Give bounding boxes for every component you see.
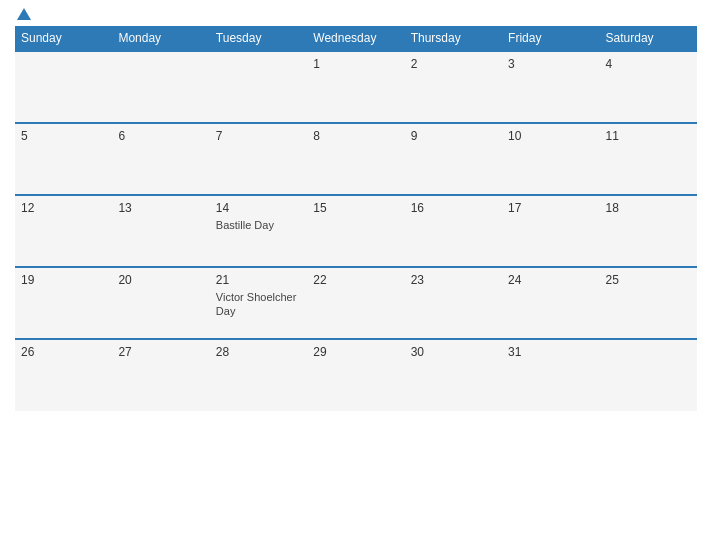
- calendar-cell: 14Bastille Day: [210, 195, 307, 267]
- calendar-cell: 22: [307, 267, 404, 339]
- day-number: 14: [216, 201, 301, 215]
- weekday-header: Saturday: [600, 26, 697, 51]
- calendar-cell: 29: [307, 339, 404, 411]
- calendar-cell: 19: [15, 267, 112, 339]
- week-row: 262728293031: [15, 339, 697, 411]
- day-number: 4: [606, 57, 691, 71]
- calendar-cell: [112, 51, 209, 123]
- day-number: 17: [508, 201, 593, 215]
- day-number: 23: [411, 273, 496, 287]
- calendar-cell: 20: [112, 267, 209, 339]
- weekday-header: Wednesday: [307, 26, 404, 51]
- calendar-header: [15, 10, 697, 18]
- day-number: 10: [508, 129, 593, 143]
- day-number: 19: [21, 273, 106, 287]
- calendar-cell: 26: [15, 339, 112, 411]
- calendar-cell: 25: [600, 267, 697, 339]
- day-number: 29: [313, 345, 398, 359]
- event-label: Victor Shoelcher Day: [216, 290, 301, 319]
- calendar-cell: 27: [112, 339, 209, 411]
- weekday-header-row: SundayMondayTuesdayWednesdayThursdayFrid…: [15, 26, 697, 51]
- calendar-cell: 3: [502, 51, 599, 123]
- calendar-cell: 1: [307, 51, 404, 123]
- day-number: 30: [411, 345, 496, 359]
- day-number: 7: [216, 129, 301, 143]
- calendar-cell: 17: [502, 195, 599, 267]
- calendar-cell: 5: [15, 123, 112, 195]
- calendar-cell: 13: [112, 195, 209, 267]
- calendar-cell: 6: [112, 123, 209, 195]
- day-number: 20: [118, 273, 203, 287]
- calendar-cell: 28: [210, 339, 307, 411]
- weekday-header: Tuesday: [210, 26, 307, 51]
- week-row: 121314Bastille Day15161718: [15, 195, 697, 267]
- calendar-cell: 10: [502, 123, 599, 195]
- calendar-cell: 11: [600, 123, 697, 195]
- day-number: 11: [606, 129, 691, 143]
- calendar-cell: 4: [600, 51, 697, 123]
- week-row: 1234: [15, 51, 697, 123]
- week-row: 567891011: [15, 123, 697, 195]
- day-number: 5: [21, 129, 106, 143]
- weekday-header: Friday: [502, 26, 599, 51]
- day-number: 27: [118, 345, 203, 359]
- day-number: 25: [606, 273, 691, 287]
- day-number: 24: [508, 273, 593, 287]
- calendar-cell: 16: [405, 195, 502, 267]
- day-number: 2: [411, 57, 496, 71]
- event-label: Bastille Day: [216, 218, 301, 232]
- day-number: 31: [508, 345, 593, 359]
- calendar-cell: [600, 339, 697, 411]
- calendar-cell: 12: [15, 195, 112, 267]
- day-number: 16: [411, 201, 496, 215]
- calendar-table: SundayMondayTuesdayWednesdayThursdayFrid…: [15, 26, 697, 411]
- calendar-cell: 30: [405, 339, 502, 411]
- day-number: 21: [216, 273, 301, 287]
- weekday-header: Thursday: [405, 26, 502, 51]
- weekday-header: Sunday: [15, 26, 112, 51]
- weekday-header: Monday: [112, 26, 209, 51]
- calendar-cell: 7: [210, 123, 307, 195]
- calendar-cell: 24: [502, 267, 599, 339]
- calendar-cell: 18: [600, 195, 697, 267]
- day-number: 6: [118, 129, 203, 143]
- day-number: 8: [313, 129, 398, 143]
- logo-triangle-icon: [17, 8, 31, 20]
- day-number: 9: [411, 129, 496, 143]
- day-number: 15: [313, 201, 398, 215]
- day-number: 3: [508, 57, 593, 71]
- day-number: 1: [313, 57, 398, 71]
- day-number: 13: [118, 201, 203, 215]
- calendar-wrapper: SundayMondayTuesdayWednesdayThursdayFrid…: [0, 0, 712, 550]
- week-row: 192021Victor Shoelcher Day22232425: [15, 267, 697, 339]
- calendar-cell: 2: [405, 51, 502, 123]
- calendar-cell: [15, 51, 112, 123]
- calendar-cell: 8: [307, 123, 404, 195]
- calendar-cell: [210, 51, 307, 123]
- calendar-cell: 15: [307, 195, 404, 267]
- day-number: 22: [313, 273, 398, 287]
- day-number: 12: [21, 201, 106, 215]
- calendar-cell: 21Victor Shoelcher Day: [210, 267, 307, 339]
- day-number: 18: [606, 201, 691, 215]
- calendar-cell: 9: [405, 123, 502, 195]
- day-number: 26: [21, 345, 106, 359]
- logo: [15, 10, 31, 18]
- calendar-cell: 31: [502, 339, 599, 411]
- day-number: 28: [216, 345, 301, 359]
- calendar-cell: 23: [405, 267, 502, 339]
